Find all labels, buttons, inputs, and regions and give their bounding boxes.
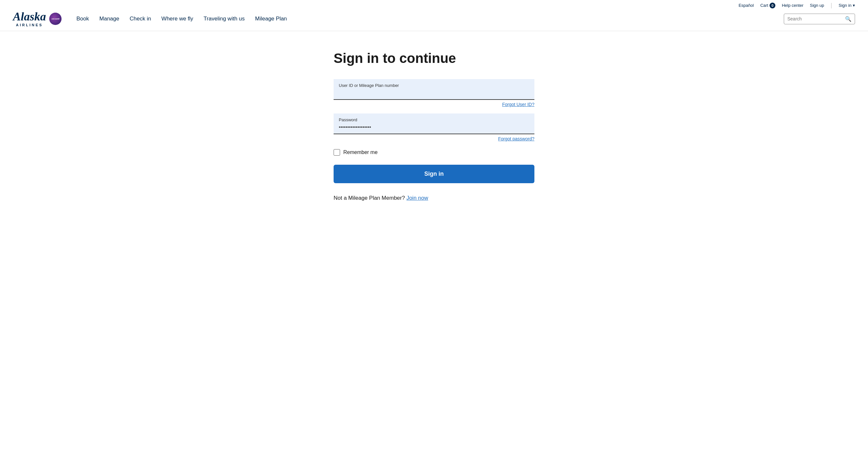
nav-mileage-plan[interactable]: Mileage Plan [250,13,292,25]
alaska-airlines-logo[interactable]: Alaska AIRLINES [13,11,46,27]
help-center-link[interactable]: Help center [782,3,803,8]
cart-link[interactable]: Cart 0 [760,3,775,8]
nav-manage[interactable]: Manage [94,13,124,25]
page-title: Sign in to continue [334,51,534,66]
main-nav: Alaska AIRLINES one world Book Manage Ch… [0,11,868,31]
join-now-row: Not a Mileage Plan Member? Join now [334,195,534,201]
chevron-down-icon: ▾ [853,3,855,8]
alaska-airlines-subtitle: AIRLINES [16,23,43,27]
password-group: Password Forgot password? [334,114,534,141]
password-input[interactable] [339,123,529,131]
main-content: Sign in to continue User ID or Mileage P… [321,51,547,201]
nav-check-in[interactable]: Check in [124,13,156,25]
user-id-field-container: User ID or Mileage Plan number [334,79,534,100]
sign-in-button[interactable]: Sign in [334,165,534,183]
not-member-text: Not a Mileage Plan Member? [334,195,405,201]
remember-me-checkbox[interactable] [334,149,340,156]
oneworld-logo: one world [49,12,62,25]
user-id-input[interactable] [339,88,529,97]
password-label: Password [339,117,529,122]
remember-me-row: Remember me [334,149,534,156]
join-now-link[interactable]: Join now [406,195,428,201]
alaska-logo-text: Alaska [13,11,46,22]
site-header: Español Cart 0 Help center Sign up | Sig… [0,0,868,31]
nav-traveling-with-us[interactable]: Traveling with us [198,13,250,25]
search-icon[interactable]: 🔍 [845,16,851,22]
utility-bar: Español Cart 0 Help center Sign up | Sig… [0,0,868,11]
forgot-password-link[interactable]: Forgot password? [498,136,534,141]
forgot-user-id-container: Forgot User ID? [334,102,534,107]
cart-count-badge: 0 [770,3,775,8]
forgot-user-id-link[interactable]: Forgot User ID? [502,102,534,107]
password-field-container: Password [334,114,534,134]
search-input[interactable] [787,16,842,21]
logo-area: Alaska AIRLINES one world [13,11,62,27]
nav-links: Book Manage Check in Where we fly Travel… [71,13,784,25]
user-id-label: User ID or Mileage Plan number [339,83,529,88]
divider: | [831,2,832,9]
forgot-password-container: Forgot password? [334,136,534,141]
search-box: 🔍 [784,13,855,24]
nav-where-we-fly[interactable]: Where we fly [156,13,198,25]
sign-in-top-link[interactable]: Sign in ▾ [839,3,855,8]
nav-book[interactable]: Book [71,13,94,25]
user-id-group: User ID or Mileage Plan number Forgot Us… [334,79,534,107]
sign-up-link[interactable]: Sign up [810,3,824,8]
espanol-link[interactable]: Español [739,3,754,8]
remember-me-label: Remember me [343,149,378,155]
